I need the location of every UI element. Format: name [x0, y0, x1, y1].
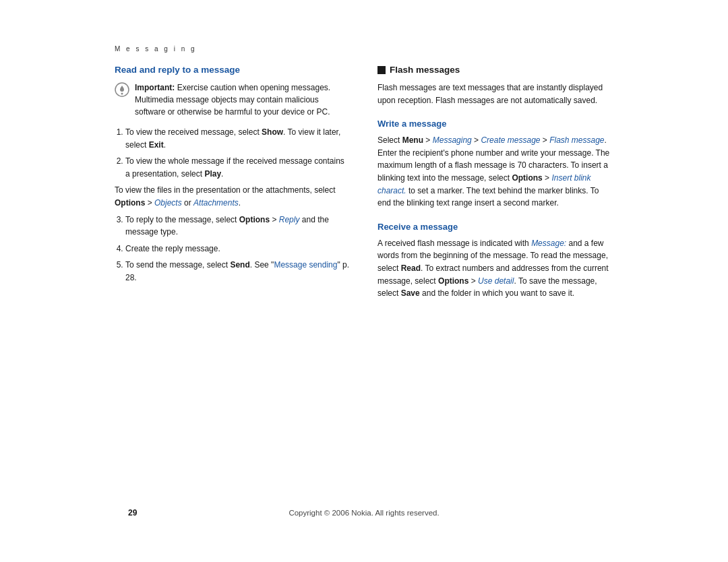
step-5: To send the message, select Send. See "M…: [125, 259, 351, 284]
message-indicator-link[interactable]: Message:: [531, 239, 566, 248]
flash-section-title: Flash messages: [390, 65, 460, 75]
indented-para: To view the files in the presentation or…: [115, 184, 351, 209]
flash-message-link[interactable]: Flash message: [549, 135, 604, 145]
step-3: To reply to the message, select Options …: [125, 214, 351, 239]
write-body: Select Menu > Messaging > Create message…: [377, 134, 613, 210]
left-column: Read and reply to a message Important: E…: [115, 65, 351, 300]
step-4: Create the reply message.: [125, 243, 351, 255]
message-sending-link[interactable]: Message sending: [274, 260, 337, 270]
important-bold: Important:: [135, 83, 175, 92]
svg-point-1: [121, 93, 123, 95]
receive-section-title: Receive a message: [377, 222, 613, 232]
flash-title-row: Flash messages: [377, 65, 613, 75]
important-box: Important: Exercise caution when opening…: [115, 82, 351, 118]
flash-square-icon: [377, 66, 386, 74]
important-text: Important: Exercise caution when opening…: [135, 82, 351, 118]
important-icon: [115, 82, 129, 97]
step-1: To view the received message, select Sho…: [125, 126, 351, 151]
insert-blink-link[interactable]: Insert blink charact.: [377, 173, 591, 195]
step-2: To view the whole message if the receive…: [125, 155, 351, 180]
attachments-link[interactable]: Attachments: [193, 198, 239, 208]
flash-body: Flash messages are text messages that ar…: [377, 82, 613, 106]
page-footer: 29 Copyright © 2006 Nokia. All rights re…: [115, 502, 613, 517]
create-message-link[interactable]: Create message: [481, 135, 540, 145]
objects-link[interactable]: Objects: [154, 198, 182, 208]
copyright-text: Copyright © 2006 Nokia. All rights reser…: [289, 509, 439, 517]
receive-body: A received flash message is indicated wi…: [377, 237, 613, 300]
two-column-layout: Read and reply to a message Important: E…: [115, 65, 613, 300]
page-number: 29: [128, 508, 137, 518]
reply-link[interactable]: Reply: [279, 215, 300, 224]
page-header: M e s s a g i n g: [115, 45, 613, 53]
messaging-link[interactable]: Messaging: [433, 135, 472, 145]
right-column: Flash messages Flash messages are text m…: [377, 65, 613, 300]
use-detail-link[interactable]: Use detail: [478, 276, 514, 286]
left-section-title: Read and reply to a message: [115, 65, 351, 75]
chapter-label: M e s s a g i n g: [115, 45, 197, 53]
steps-list-continued: To reply to the message, select Options …: [125, 214, 351, 284]
steps-list: To view the received message, select Sho…: [125, 126, 351, 180]
page: M e s s a g i n g Read and reply to a me…: [101, 45, 627, 517]
write-section-title: Write a message: [377, 119, 613, 129]
